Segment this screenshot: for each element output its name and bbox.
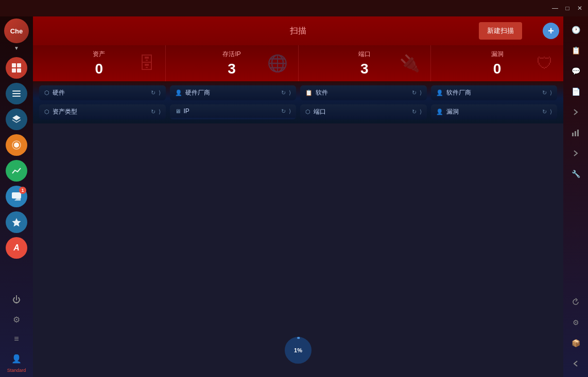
svg-rect-6 — [12, 96, 21, 97]
hardware-expand-icon[interactable]: ⟩ — [159, 89, 161, 96]
nav-icon-layers[interactable] — [6, 109, 27, 130]
main-layout: Che ▼ — [0, 16, 588, 377]
user-icon[interactable]: 👤 — [8, 350, 25, 367]
svg-rect-5 — [12, 93, 21, 94]
right-refresh-icon[interactable] — [566, 293, 585, 311]
svg-rect-14 — [575, 131, 576, 136]
hw-vendor-icon: 👤 — [175, 89, 182, 96]
nav-icon-chart[interactable] — [6, 160, 27, 182]
menu-icon[interactable]: ≡ — [8, 331, 25, 347]
close-button[interactable]: ✕ — [576, 4, 584, 12]
nav-icon-star[interactable] — [6, 211, 27, 233]
stat-vuln-icon: 🛡 — [537, 54, 553, 73]
chart-asset-type: ⬡ 资产类型 ↻ ⟩ — [39, 104, 166, 119]
svg-rect-0 — [12, 63, 16, 67]
asset-type-icon: ⬡ — [44, 109, 49, 115]
sw-vendor-expand-icon[interactable]: ⟩ — [550, 89, 552, 96]
svg-marker-10 — [12, 218, 21, 227]
svg-rect-9 — [12, 192, 21, 199]
chart-hardware-header: ⬡ 硬件 ↻ ⟩ — [39, 85, 166, 100]
chart-port: ⬡ 端口 ↻ ⟩ — [300, 104, 427, 119]
sw-vendor-icon: 👤 — [436, 89, 443, 96]
port-refresh-icon[interactable]: ↻ — [412, 109, 417, 115]
sw-vendor-refresh-icon[interactable]: ↻ — [542, 89, 547, 96]
hardware-refresh-icon[interactable]: ↻ — [151, 89, 155, 96]
vuln-icon: 👤 — [436, 109, 443, 115]
charts-row-2: ⬡ 资产类型 ↻ ⟩ 🖥 IP ↻ ⟩ — [39, 104, 557, 119]
progress-container: 1% — [284, 336, 313, 365]
chart-software-vendor: 👤 软件厂商 ↻ ⟩ — [431, 85, 558, 100]
nav-icon-chat[interactable]: 1 — [6, 186, 27, 207]
port-label: 端口 — [314, 107, 409, 116]
vuln-expand-icon[interactable]: ⟩ — [550, 109, 552, 115]
hw-vendor-expand-icon[interactable]: ⟩ — [289, 89, 291, 96]
settings-icon[interactable]: ⚙ — [8, 311, 25, 328]
charts-area: ⬡ 硬件 ↻ ⟩ 👤 硬件厂商 ↻ ⟩ — [33, 81, 563, 123]
right-gear-icon[interactable]: 🔧 — [566, 165, 585, 183]
right-doc-icon[interactable]: 📄 — [566, 82, 585, 101]
stat-live-ip-icon: 🌐 — [267, 53, 288, 73]
center-area: 扫描 新建扫描 + 资产 0 🗄 存活IP 3 🌐 端口 3 🔌 — [33, 16, 563, 377]
svg-rect-15 — [577, 130, 579, 136]
chart-sw-vendor-header: 👤 软件厂商 ↻ ⟩ — [431, 85, 558, 100]
stats-row: 资产 0 🗄 存活IP 3 🌐 端口 3 🔌 漏洞 0 🛡 — [33, 45, 563, 81]
port-expand-icon[interactable]: ⟩ — [420, 109, 422, 115]
plus-button[interactable]: + — [543, 23, 559, 39]
ip-refresh-icon[interactable]: ↻ — [281, 108, 286, 115]
vuln-refresh-icon[interactable]: ↻ — [542, 109, 547, 115]
new-scan-button[interactable]: 新建扫描 — [479, 22, 522, 40]
right-chat-icon[interactable]: 💬 — [566, 62, 585, 80]
right-settings-icon[interactable]: ⚙ — [566, 313, 585, 332]
nav-icon-list[interactable] — [6, 83, 27, 104]
progress-label: 1% — [294, 347, 302, 353]
software-refresh-icon[interactable]: ↻ — [412, 89, 417, 96]
right-clock-icon[interactable]: 🕐 — [566, 21, 585, 39]
stat-port-label: 端口 — [358, 50, 371, 59]
nav-icon-scan[interactable] — [6, 57, 27, 79]
right-collapse-icon[interactable] — [566, 354, 585, 373]
stat-live-ip-label: 存活IP — [222, 50, 240, 59]
top-header: 扫描 新建扫描 + — [33, 16, 563, 45]
power-icon[interactable]: ⏻ — [8, 292, 25, 308]
software-expand-icon[interactable]: ⟩ — [420, 89, 422, 96]
right-list-icon[interactable]: 📋 — [566, 41, 585, 60]
right-arrow-right2-icon[interactable] — [566, 144, 585, 163]
software-icon: 📋 — [305, 89, 313, 96]
asset-type-refresh-icon[interactable]: ↻ — [151, 109, 155, 115]
svg-rect-1 — [17, 63, 21, 67]
right-sidebar: 🕐 📋 💬 📄 🔧 ⚙ 📦 — [563, 16, 588, 377]
chat-badge: 1 — [19, 187, 26, 194]
vuln-chart-label: 漏洞 — [446, 107, 540, 116]
stat-assets-label: 资产 — [93, 50, 105, 59]
stat-live-ip-value: 3 — [228, 61, 236, 77]
svg-rect-4 — [12, 91, 21, 92]
chart-hardware-vendor: 👤 硬件厂商 ↻ ⟩ — [170, 85, 297, 100]
chart-hardware: ⬡ 硬件 ↻ ⟩ — [39, 85, 166, 100]
standard-label: Standard — [7, 368, 26, 373]
chart-software: 📋 软件 ↻ ⟩ — [300, 85, 427, 100]
hw-vendor-label: 硬件厂商 — [185, 88, 279, 97]
right-arrow-right-icon[interactable] — [566, 103, 585, 121]
ip-expand-icon[interactable]: ⟩ — [289, 108, 291, 115]
left-sidebar: Che ▼ — [0, 16, 33, 377]
svg-rect-2 — [12, 68, 16, 73]
hardware-label: 硬件 — [53, 88, 148, 97]
user-dropdown-arrow[interactable]: ▼ — [14, 45, 19, 51]
chart-vuln: 👤 漏洞 ↻ ⟩ — [431, 104, 558, 119]
maximize-button[interactable]: □ — [563, 4, 572, 12]
stat-vuln-value: 0 — [493, 61, 501, 77]
minimize-button[interactable]: — — [551, 4, 559, 12]
nav-icon-ai[interactable]: A — [6, 237, 27, 259]
right-package-icon[interactable]: 📦 — [566, 334, 585, 352]
svg-rect-3 — [17, 68, 21, 73]
nav-icon-orange[interactable] — [6, 134, 27, 156]
stat-vuln: 漏洞 0 🛡 — [431, 45, 563, 81]
right-bar-chart-icon[interactable] — [566, 123, 585, 142]
chart-ip-header: 🖥 IP ↻ ⟩ — [170, 104, 297, 118]
user-label: Che — [10, 27, 23, 35]
user-avatar[interactable]: Che — [4, 19, 29, 43]
asset-type-expand-icon[interactable]: ⟩ — [159, 109, 161, 115]
chart-vuln-header: 👤 漏洞 ↻ ⟩ — [431, 104, 558, 119]
hw-vendor-refresh-icon[interactable]: ↻ — [281, 89, 286, 96]
stat-port-icon: 🔌 — [400, 53, 420, 73]
